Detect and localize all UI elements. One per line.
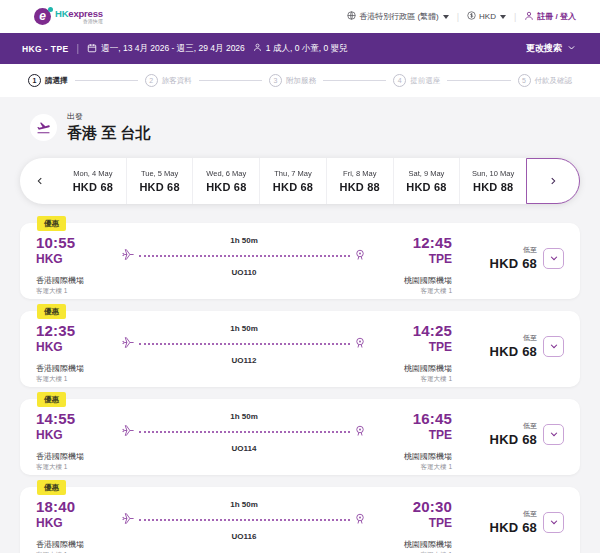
chevron-down-icon <box>567 43 576 54</box>
departure-airport: 香港國際機場 <box>36 539 110 550</box>
price-from-label: 低至 <box>523 245 537 255</box>
plane-icon <box>122 423 135 441</box>
arrival-terminal: 客運大樓 1 <box>378 287 452 296</box>
hkexpress-logo-icon: e <box>34 8 51 25</box>
carousel-prev-button[interactable] <box>20 158 60 204</box>
expand-fares-button[interactable] <box>543 424 564 445</box>
price-from-label: 低至 <box>523 509 537 519</box>
arrival-airport: 桃園國際機場 <box>404 539 452 550</box>
flight-card-row: 10:55 HKG 香港國際機場 客運大樓 1 1h 50m UO110 <box>36 235 564 290</box>
locale-label: 香港特別行政區 (繁體) <box>359 11 439 22</box>
dotted-route-line <box>139 519 350 521</box>
modify-search-button[interactable]: 更改搜索 <box>526 42 576 55</box>
date-option[interactable]: Sun, 10 May HKD 88 <box>459 158 526 204</box>
expand-fares-button[interactable] <box>543 336 564 357</box>
route-label: HKG - TPE <box>22 44 69 54</box>
price-block: 低至 HKD 68 <box>452 245 564 271</box>
arrival-time: 20:30 <box>378 499 452 516</box>
flight-duration: 1h 50m <box>230 412 258 421</box>
date-option[interactable]: Sat, 9 May HKD 68 <box>393 158 460 204</box>
step-number: 4 <box>393 74 406 87</box>
arrival-time: 12:45 <box>378 235 452 252</box>
date-label: Sun, 10 May <box>472 169 514 178</box>
arrival-block: 16:45 TPE 桃園國際機場 客運大樓 1 <box>378 411 452 472</box>
date-label: Thu, 7 May <box>274 169 312 178</box>
departure-code: HKG <box>36 252 110 267</box>
promo-badge: 優惠 <box>37 392 66 407</box>
top-header: e HKexpress 香港快運 香港特別行政區 (繁體) | HKD | 註冊… <box>0 0 600 33</box>
step-connector <box>75 80 138 81</box>
step-passenger-info: 2 旅客資料 <box>145 74 192 87</box>
step-connector <box>447 80 510 81</box>
date-price: HKD 68 <box>206 181 246 193</box>
step-label: 附加服務 <box>286 76 316 86</box>
trip-header: 出發 香港 至 台北 <box>30 111 580 143</box>
location-pin-icon <box>354 247 366 265</box>
date-price: HKD 68 <box>273 181 313 193</box>
plane-takeoff-icon <box>30 114 57 141</box>
locale-selector[interactable]: 香港特別行政區 (繁體) <box>347 11 449 22</box>
currency-selector[interactable]: HKD <box>467 11 506 22</box>
arrival-time: 16:45 <box>378 411 452 428</box>
departure-terminal: 客運大樓 1 <box>36 463 110 472</box>
expand-fares-button[interactable] <box>543 512 564 533</box>
divider: | <box>514 12 516 22</box>
departure-time: 14:55 <box>36 411 110 428</box>
chevron-down-icon <box>549 337 559 355</box>
flight-route-visual: 1h 50m UO110 <box>110 236 378 277</box>
departure-code: HKG <box>36 428 110 443</box>
price-text: 低至 HKD 68 <box>490 421 537 447</box>
hkexpress-logo[interactable]: e HKexpress 香港快運 <box>34 8 103 25</box>
date-price: HKD 68 <box>406 181 446 193</box>
price-amount: HKD 68 <box>490 432 537 447</box>
chevron-down-icon <box>500 15 506 19</box>
arrival-block: 14:25 TPE 桃園國際機場 客運大樓 1 <box>378 323 452 384</box>
price-text: 低至 HKD 68 <box>490 333 537 359</box>
departure-terminal: 客運大樓 1 <box>36 375 110 384</box>
date-option[interactable]: Thu, 7 May HKD 68 <box>259 158 326 204</box>
location-pin-icon <box>354 335 366 353</box>
passengers-group: 1 成人, 0 小童, 0 嬰兒 <box>253 43 348 55</box>
price-amount: HKD 68 <box>490 520 537 535</box>
date-option[interactable]: Fri, 8 May HKD 88 <box>326 158 393 204</box>
step-connector <box>323 80 386 81</box>
flight-card-row: 12:35 HKG 香港國際機場 客運大樓 1 1h 50m UO112 <box>36 323 564 378</box>
login-register-link[interactable]: 註冊 / 登入 <box>524 11 576 23</box>
date-carousel: Mon, 4 May HKD 68 Tue, 5 May HKD 68 Wed,… <box>20 158 580 204</box>
date-price: HKD 68 <box>139 181 179 193</box>
expand-fares-button[interactable] <box>543 248 564 269</box>
date-cells: Mon, 4 May HKD 68 Tue, 5 May HKD 68 Wed,… <box>60 158 526 204</box>
departure-terminal: 客運大樓 1 <box>36 287 110 296</box>
price-text: 低至 HKD 68 <box>490 245 537 271</box>
header-utilities: 香港特別行政區 (繁體) | HKD | 註冊 / 登入 <box>347 11 576 23</box>
flight-duration: 1h 50m <box>230 500 258 509</box>
date-label: Mon, 4 May <box>73 169 112 178</box>
passengers-label: 1 成人, 0 小童, 0 嬰兒 <box>266 43 348 55</box>
date-label: Wed, 6 May <box>206 169 246 178</box>
flight-card: 優惠 14:55 HKG 香港國際機場 客運大樓 1 1h 50m <box>20 399 580 475</box>
step-seat-selection: 4 提前選座 <box>393 74 440 87</box>
arrival-code: TPE <box>378 340 452 355</box>
flight-card: 優惠 18:40 HKG 香港國際機場 客運大樓 1 1h 50m <box>20 487 580 553</box>
step-label: 請選擇 <box>45 76 68 86</box>
carousel-next-button[interactable] <box>526 158 580 204</box>
date-option[interactable]: Tue, 5 May HKD 68 <box>126 158 193 204</box>
step-label: 付款及確認 <box>535 76 573 86</box>
step-select-flight: 1 請選擇 <box>28 74 68 87</box>
step-payment: 5 付款及確認 <box>518 74 573 87</box>
logo-text: HKexpress 香港快運 <box>55 9 103 25</box>
departure-airport: 香港國際機場 <box>36 275 110 286</box>
promo-badge: 優惠 <box>37 480 66 495</box>
arrival-terminal: 客運大樓 1 <box>378 463 452 472</box>
flight-number: UO116 <box>232 532 257 541</box>
promo-badge: 優惠 <box>37 216 66 231</box>
plane-icon <box>122 511 135 529</box>
location-pin-icon <box>354 511 366 529</box>
person-icon <box>524 11 534 23</box>
departure-block: 10:55 HKG 香港國際機場 客運大樓 1 <box>36 235 110 296</box>
dotted-route-line <box>139 255 350 257</box>
arrival-code: TPE <box>378 516 452 531</box>
date-option[interactable]: Mon, 4 May HKD 68 <box>60 158 126 204</box>
date-option[interactable]: Wed, 6 May HKD 68 <box>192 158 259 204</box>
flight-card-row: 18:40 HKG 香港國際機場 客運大樓 1 1h 50m UO116 <box>36 499 564 553</box>
